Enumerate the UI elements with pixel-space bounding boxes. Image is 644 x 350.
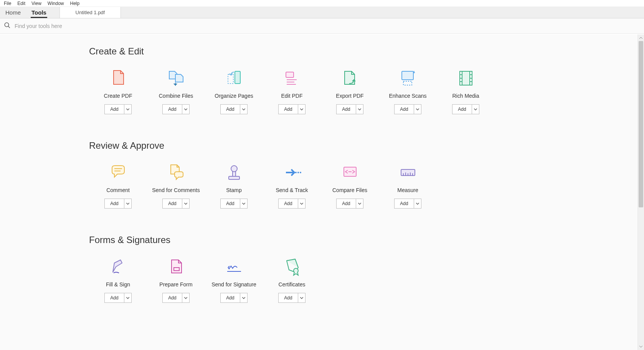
- add-button[interactable]: Add: [104, 104, 124, 114]
- add-button[interactable]: Add: [336, 199, 355, 209]
- add-dropdown-button[interactable]: [124, 293, 132, 303]
- add-split-button: Add: [220, 104, 247, 114]
- send-for-comments-icon[interactable]: [167, 163, 185, 182]
- menu-view[interactable]: View: [28, 0, 45, 7]
- search-bar: [0, 18, 644, 34]
- add-button[interactable]: Add: [162, 199, 182, 209]
- tool-label: Fill & Sign: [106, 281, 130, 288]
- tool-label: Compare Files: [332, 187, 367, 193]
- add-dropdown-button[interactable]: [182, 199, 190, 209]
- rich-media-icon[interactable]: [457, 69, 475, 87]
- section-title: Forms & Signatures: [89, 235, 573, 245]
- add-button[interactable]: Add: [162, 293, 182, 303]
- menu-edit[interactable]: Edit: [14, 0, 28, 7]
- tool-card-compare-files: Compare FilesAdd: [321, 163, 379, 209]
- compare-files-icon[interactable]: [341, 163, 359, 182]
- menubar: File Edit View Window Help: [0, 0, 644, 7]
- add-dropdown-button[interactable]: [182, 293, 190, 303]
- add-dropdown-button[interactable]: [182, 104, 190, 114]
- add-split-button: Add: [278, 293, 305, 303]
- add-dropdown-button[interactable]: [356, 199, 363, 209]
- tool-label: Organize Pages: [215, 93, 253, 99]
- add-dropdown-button[interactable]: [414, 199, 421, 209]
- measure-icon[interactable]: [399, 163, 417, 182]
- add-button[interactable]: Add: [336, 104, 355, 114]
- add-dropdown-button[interactable]: [298, 293, 305, 303]
- vertical-scrollbar[interactable]: [637, 35, 644, 350]
- tool-card-export-pdf: Export PDFAdd: [321, 69, 379, 114]
- tool-card-combine-files: Combine FilesAdd: [147, 69, 205, 114]
- add-dropdown-button[interactable]: [356, 104, 363, 114]
- add-split-button: Add: [394, 199, 421, 209]
- tab-tools[interactable]: Tools: [26, 7, 52, 18]
- organize-pages-icon[interactable]: [225, 69, 243, 87]
- add-dropdown-button[interactable]: [472, 104, 479, 114]
- add-button[interactable]: Add: [452, 104, 471, 114]
- send-signature-icon[interactable]: [225, 258, 243, 276]
- search-input[interactable]: [15, 23, 168, 29]
- tool-card-organize-pages: Organize PagesAdd: [205, 69, 263, 114]
- add-button[interactable]: Add: [394, 104, 413, 114]
- add-button[interactable]: Add: [278, 199, 297, 209]
- tool-label: Measure: [397, 187, 418, 193]
- tool-card-edit-pdf: Edit PDFAdd: [263, 69, 321, 114]
- tab-home[interactable]: Home: [0, 7, 26, 18]
- combine-files-icon[interactable]: [167, 69, 185, 87]
- tool-label: Send for Signature: [211, 281, 256, 288]
- add-split-button: Add: [220, 199, 247, 209]
- add-dropdown-button[interactable]: [124, 104, 132, 114]
- send-track-icon[interactable]: [283, 163, 301, 182]
- menu-file[interactable]: File: [1, 0, 14, 7]
- svg-point-37: [5, 23, 9, 27]
- create-pdf-icon[interactable]: [109, 69, 127, 87]
- certificates-icon[interactable]: [283, 258, 301, 276]
- tool-card-prepare-form: Prepare FormAdd: [147, 258, 205, 303]
- add-button[interactable]: Add: [394, 199, 413, 209]
- comment-icon[interactable]: [109, 163, 127, 182]
- add-dropdown-button[interactable]: [124, 199, 132, 209]
- scroll-track[interactable]: [638, 41, 644, 343]
- tool-label: Combine Files: [159, 93, 193, 99]
- add-button[interactable]: Add: [220, 293, 239, 303]
- add-button[interactable]: Add: [220, 199, 239, 209]
- scroll-thumb[interactable]: [639, 41, 643, 207]
- add-button[interactable]: Add: [278, 104, 297, 114]
- tools-scroll-area[interactable]: Create & EditCreate PDFAddCombine FilesA…: [0, 35, 637, 350]
- tool-card-fill-sign: Fill & SignAdd: [89, 258, 147, 303]
- add-button[interactable]: Add: [220, 104, 239, 114]
- add-button[interactable]: Add: [104, 293, 124, 303]
- add-split-button: Add: [104, 199, 131, 209]
- add-split-button: Add: [104, 104, 131, 114]
- scroll-up-arrow-icon[interactable]: [638, 35, 644, 41]
- add-split-button: Add: [104, 293, 131, 303]
- scroll-down-arrow-icon[interactable]: [638, 343, 644, 350]
- add-dropdown-button[interactable]: [240, 293, 248, 303]
- tabbar: Home Tools Untitled 1.pdf: [0, 7, 644, 18]
- tool-card-enhance-scans: Enhance ScansAdd: [379, 69, 437, 114]
- menu-help[interactable]: Help: [67, 0, 83, 7]
- prepare-form-icon[interactable]: [167, 258, 185, 276]
- add-button[interactable]: Add: [278, 293, 297, 303]
- stamp-icon[interactable]: [225, 163, 243, 182]
- add-button[interactable]: Add: [162, 104, 182, 114]
- add-dropdown-button[interactable]: [298, 104, 305, 114]
- add-dropdown-button[interactable]: [240, 199, 248, 209]
- add-split-button: Add: [336, 104, 363, 114]
- edit-pdf-icon[interactable]: [283, 69, 301, 87]
- add-button[interactable]: Add: [104, 199, 124, 209]
- tool-card-rich-media: Rich MediaAdd: [437, 69, 495, 114]
- tab-document[interactable]: Untitled 1.pdf: [59, 7, 121, 18]
- add-dropdown-button[interactable]: [414, 104, 421, 114]
- fill-sign-icon[interactable]: [109, 258, 127, 276]
- tool-label: Create PDF: [104, 93, 132, 99]
- section-title: Create & Edit: [89, 46, 573, 57]
- tool-card-create-pdf: Create PDFAdd: [89, 69, 147, 114]
- add-dropdown-button[interactable]: [240, 104, 248, 114]
- tool-card-comment: CommentAdd: [89, 163, 147, 209]
- menu-window[interactable]: Window: [45, 0, 67, 7]
- enhance-scans-icon[interactable]: [399, 69, 417, 87]
- tool-card-certificates: CertificatesAdd: [263, 258, 321, 303]
- add-dropdown-button[interactable]: [298, 199, 305, 209]
- export-pdf-icon[interactable]: [341, 69, 359, 87]
- tool-card-send-signature: Send for SignatureAdd: [205, 258, 263, 303]
